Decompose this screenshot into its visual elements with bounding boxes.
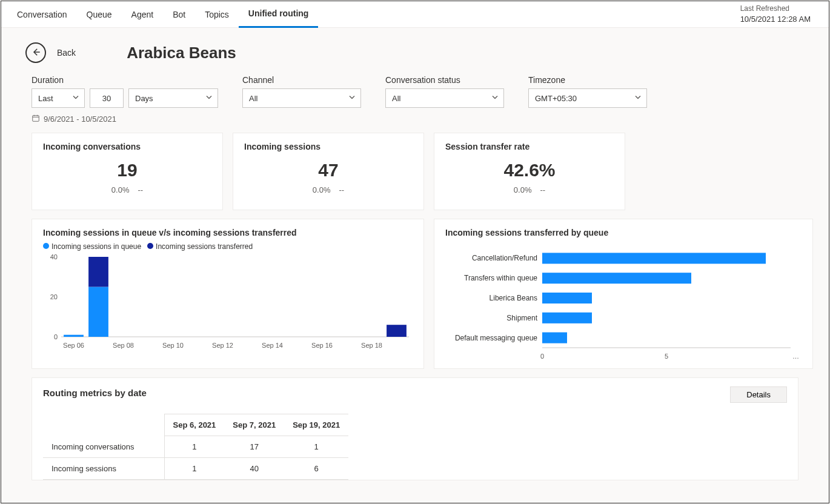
svg-rect-18 [542, 273, 691, 284]
chart-title: Incoming sessions in queue v/s incoming … [43, 228, 413, 237]
svg-rect-0 [33, 116, 39, 122]
table-col: Sep 7, 2021 [224, 414, 284, 436]
cell: 6 [284, 458, 348, 480]
svg-text:…: … [792, 353, 799, 360]
row-label: Incoming conversations [43, 436, 164, 458]
kpi-pct: 0.0% [111, 185, 130, 194]
filter-channel: Channel All [242, 75, 361, 108]
svg-text:0: 0 [540, 353, 544, 360]
svg-rect-24 [542, 333, 567, 343]
svg-text:Sep 06: Sep 06 [63, 342, 84, 349]
chevron-down-icon [348, 94, 356, 103]
svg-rect-6 [88, 287, 108, 337]
legend-item: Incoming sessions transferred [156, 242, 253, 251]
svg-rect-7 [88, 257, 108, 287]
svg-rect-16 [542, 253, 766, 264]
duration-count-input[interactable]: 30 [90, 88, 124, 108]
filter-timezone-label: Timezone [528, 75, 647, 85]
timezone-select[interactable]: GMT+05:30 [528, 88, 647, 108]
svg-text:Transfers within queue: Transfers within queue [464, 274, 537, 282]
tab-topics[interactable]: Topics [195, 1, 239, 28]
chevron-down-icon [491, 94, 499, 103]
page-title: Arabica Beans [127, 44, 236, 62]
back-button[interactable] [25, 42, 46, 63]
back-label[interactable]: Back [57, 48, 76, 58]
filter-timezone: Timezone GMT+05:30 [528, 75, 647, 108]
date-range: 9/6/2021 - 10/5/2021 [1, 110, 829, 124]
kpi-delta: -- [138, 185, 143, 194]
status-value: All [392, 94, 400, 103]
kpi-incoming-conversations: Incoming conversations 19 0.0%-- [32, 133, 223, 210]
cell: 40 [224, 458, 284, 480]
svg-rect-8 [387, 325, 407, 337]
legend-item: Incoming sessions in queue [51, 242, 141, 251]
svg-text:Default messaging queue: Default messaging queue [455, 334, 537, 342]
tab-bot[interactable]: Bot [163, 1, 195, 28]
svg-text:0: 0 [54, 333, 58, 340]
tab-queue[interactable]: Queue [77, 1, 122, 28]
svg-rect-20 [542, 293, 592, 303]
last-refreshed: Last Refreshed 10/5/2021 12:28 AM [740, 4, 823, 25]
stacked-bar-chart: 02040Sep 06Sep 08Sep 10Sep 12Sep 14Sep 1… [43, 254, 413, 351]
tab-agent[interactable]: Agent [122, 1, 164, 28]
svg-text:Sep 18: Sep 18 [361, 342, 382, 349]
filter-channel-label: Channel [242, 75, 361, 85]
status-select[interactable]: All [385, 88, 504, 108]
chart-sessions-stacked: Incoming sessions in queue v/s incoming … [32, 219, 424, 369]
arrow-left-icon [30, 47, 41, 59]
duration-unit-select[interactable]: Days [128, 88, 218, 108]
routing-metrics-card: Routing metrics by date Details Sep 6, 2… [32, 377, 798, 480]
kpi-value: 47 [244, 160, 413, 181]
top-tabs: Conversation Queue Agent Bot Topics Unif… [1, 1, 829, 28]
duration-mode-select[interactable]: Last [32, 88, 85, 108]
filter-conversation-status: Conversation status All [385, 75, 504, 108]
chevron-down-icon [634, 94, 642, 103]
svg-text:Sep 14: Sep 14 [262, 342, 283, 349]
chevron-down-icon [72, 94, 79, 103]
channel-select[interactable]: All [242, 88, 361, 108]
table-col: Sep 6, 2021 [164, 414, 224, 436]
cell: 1 [164, 458, 224, 480]
cell: 17 [224, 436, 284, 458]
filter-duration: Duration Last 30 Days [32, 75, 218, 108]
last-refreshed-label: Last Refreshed [740, 4, 811, 14]
table-row: Incoming conversations 1 17 1 [43, 436, 348, 458]
table-col: Sep 19, 2021 [284, 414, 348, 436]
tab-unified-routing[interactable]: Unified routing [239, 1, 319, 28]
svg-text:20: 20 [50, 293, 58, 300]
svg-text:Sep 16: Sep 16 [311, 342, 333, 349]
chart-transferred-by-queue: Incoming sessions transferred by queue C… [434, 219, 813, 369]
kpi-incoming-sessions: Incoming sessions 47 0.0%-- [233, 133, 424, 210]
duration-mode-value: Last [38, 94, 53, 103]
kpi-title: Incoming conversations [43, 142, 211, 151]
tab-conversation[interactable]: Conversation [7, 1, 77, 28]
svg-text:Shipment: Shipment [506, 314, 537, 322]
kpi-title: Incoming sessions [244, 142, 413, 151]
kpi-delta: -- [540, 185, 545, 194]
svg-text:Liberica Beans: Liberica Beans [490, 294, 537, 302]
duration-count-value: 30 [102, 94, 111, 103]
kpi-title: Session transfer rate [445, 142, 614, 151]
svg-text:Sep 10: Sep 10 [162, 342, 184, 349]
kpi-value: 19 [43, 160, 211, 181]
kpi-pct: 0.0% [313, 185, 331, 194]
table-row: Incoming sessions 1 40 6 [43, 458, 348, 480]
kpi-value: 42.6% [445, 160, 614, 181]
kpi-session-transfer-rate: Session transfer rate 42.6% 0.0%-- [434, 133, 625, 210]
svg-text:5: 5 [665, 353, 668, 360]
chevron-down-icon [205, 94, 213, 103]
timezone-value: GMT+05:30 [535, 94, 577, 103]
legend-swatch-icon [147, 243, 153, 249]
svg-text:Sep 08: Sep 08 [113, 342, 134, 349]
last-refreshed-value: 10/5/2021 12:28 AM [740, 14, 811, 25]
cell: 1 [164, 436, 224, 458]
svg-rect-22 [542, 313, 592, 323]
date-range-text: 9/6/2021 - 10/5/2021 [44, 114, 116, 124]
routing-metrics-table: Sep 6, 2021 Sep 7, 2021 Sep 19, 2021 Inc… [43, 414, 348, 480]
kpi-pct: 0.0% [514, 185, 532, 194]
kpi-delta: -- [339, 185, 344, 194]
details-button[interactable]: Details [730, 386, 787, 403]
horizontal-bar-chart: Cancellation/RefundTransfers within queu… [445, 242, 803, 363]
chart-title: Incoming sessions transferred by queue [445, 228, 802, 237]
filter-duration-label: Duration [32, 75, 218, 85]
